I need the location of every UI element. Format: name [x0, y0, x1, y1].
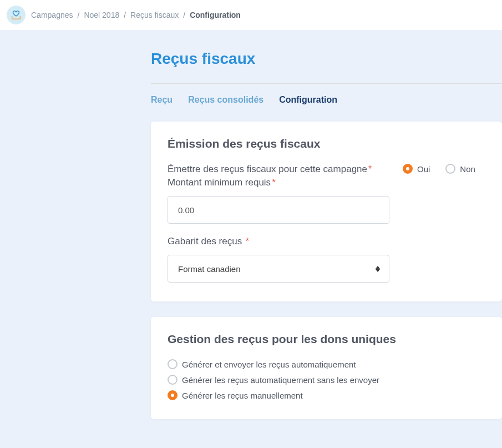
emit-radio-no[interactable]: Non [445, 164, 475, 174]
template-select-value: Format canadien [178, 264, 241, 274]
emit-radio-yes[interactable]: Oui [403, 164, 430, 174]
emit-label: Émettre des reçus fiscaux pour cette cam… [168, 164, 367, 174]
required-marker: * [243, 236, 249, 246]
card-emission-title: Émission des reçus fiscaux [168, 137, 485, 150]
template-label: Gabarit des reçus [168, 236, 242, 246]
card-emission: Émission des reçus fiscaux Émettre des r… [151, 122, 502, 301]
gestion-option-auto-send[interactable]: Générer et envoyer les reçus automatique… [168, 359, 485, 369]
app-logo[interactable] [7, 6, 26, 24]
tab-recus-consolides[interactable]: Reçus consolidés [188, 95, 263, 105]
template-select[interactable]: Format canadien [168, 255, 389, 283]
gestion-option-auto-nosend[interactable]: Générer les reçus automatiquement sans l… [168, 375, 485, 385]
breadcrumb-recus[interactable]: Reçus fiscaux [130, 11, 179, 19]
card-gestion-title: Gestion des reçus pour les dons uniques [168, 333, 485, 346]
required-marker: * [368, 164, 372, 174]
tab-configuration[interactable]: Configuration [279, 95, 337, 105]
gestion-option-label: Générer les reçus manuellement [182, 391, 303, 400]
gestion-option-label: Générer les reçus automatiquement sans l… [182, 375, 379, 385]
breadcrumb-sep: / [78, 11, 80, 19]
card-gestion: Gestion des reçus pour les dons uniques … [151, 317, 502, 419]
radio-icon [168, 375, 178, 385]
radio-icon [168, 359, 178, 369]
emit-radio-no-label: Non [460, 164, 475, 174]
breadcrumb-sep: / [124, 11, 126, 19]
page-title: Reçus fiscaux [151, 50, 502, 68]
gestion-option-label: Générer et envoyer les reçus automatique… [182, 360, 356, 369]
breadcrumb-noel2018[interactable]: Noel 2018 [84, 11, 119, 19]
heart-box-icon [10, 9, 22, 21]
tabs: Reçu Reçus consolidés Configuration [151, 95, 502, 105]
breadcrumb: Campagnes / Noel 2018 / Reçus fiscaux / … [31, 11, 241, 19]
breadcrumb-sep: / [183, 11, 185, 19]
tab-recu[interactable]: Reçu [151, 95, 173, 105]
breadcrumb-active: Configuration [190, 11, 241, 19]
emit-radio-yes-label: Oui [417, 164, 430, 174]
min-amount-label: Montant minimum requis [168, 177, 271, 188]
gestion-option-manual[interactable]: Générer les reçus manuellement [168, 390, 485, 400]
radio-icon [168, 390, 178, 400]
radio-icon [403, 164, 413, 174]
min-amount-input[interactable] [168, 196, 389, 224]
select-arrows-icon [376, 264, 381, 273]
required-marker: * [272, 177, 276, 188]
radio-icon [445, 164, 455, 174]
breadcrumb-campagnes[interactable]: Campagnes [31, 11, 73, 19]
divider [151, 83, 502, 84]
